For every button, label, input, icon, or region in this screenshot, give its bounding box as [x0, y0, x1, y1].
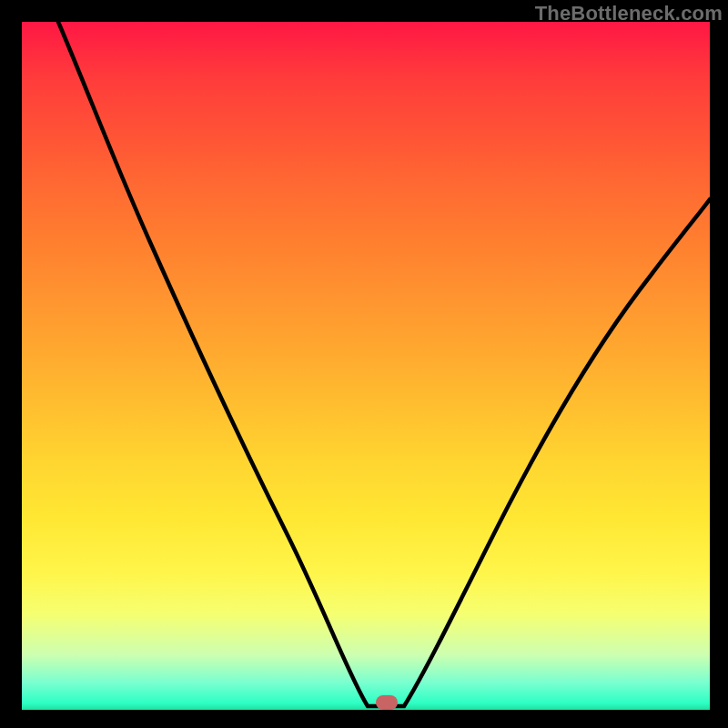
bottleneck-marker [376, 695, 398, 710]
watermark: TheBottleneck.com [535, 2, 723, 25]
curve-layer [22, 22, 710, 710]
bottleneck-curve [58, 22, 710, 706]
chart-canvas: TheBottleneck.com [0, 0, 728, 728]
